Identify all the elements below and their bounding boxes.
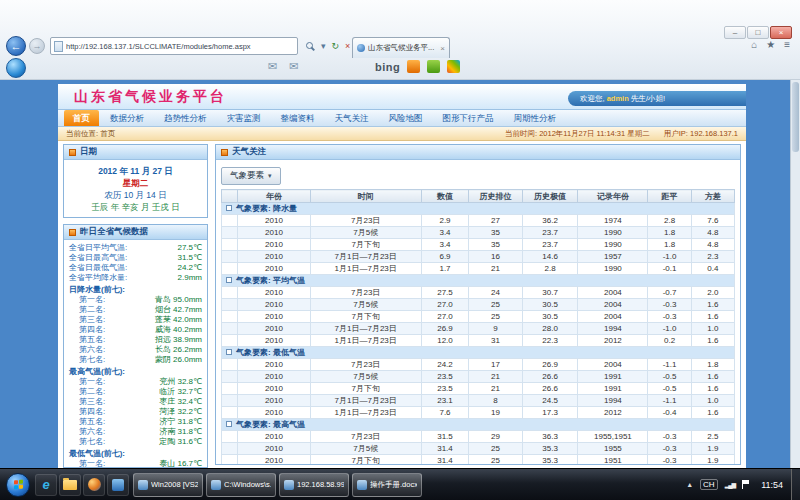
rank-value: 定陶 31.6℃ — [159, 437, 202, 447]
folder-icon[interactable] — [59, 474, 81, 496]
nav-item[interactable]: 风险地图 — [380, 110, 432, 126]
table-row[interactable]: 20101月1日—7月23日7.61917.32012-0.41.6 — [222, 407, 735, 419]
nav-item[interactable]: 趋势性分析 — [155, 110, 216, 126]
rank-row: 第四名:威海 40.2mm — [69, 325, 202, 335]
browser-tab[interactable]: 山东省气候业务平... × — [352, 37, 450, 58]
table-row[interactable]: 20107月5候27.02530.52004-0.31.6 — [222, 299, 735, 311]
nav-item[interactable]: 数据分析 — [101, 110, 153, 126]
table-header-cell[interactable]: 方差 — [691, 190, 734, 203]
browser-theme-button[interactable] — [6, 58, 26, 78]
table-cell: 7月下旬 — [310, 311, 421, 323]
checkbox-icon[interactable] — [226, 349, 232, 355]
scrollbar-thumb[interactable] — [792, 82, 799, 152]
mail-icon[interactable]: ✉ — [268, 60, 277, 73]
refresh-icon[interactable]: ↻ — [332, 41, 340, 51]
table-row[interactable]: 20107月下旬3.43523.719901.84.8 — [222, 239, 735, 251]
tray-expand-icon[interactable]: ▲ — [686, 481, 693, 488]
forward-button[interactable]: → — [29, 38, 45, 54]
orange-app-icon[interactable] — [407, 60, 420, 73]
favorites-icon[interactable]: ★ — [766, 39, 775, 50]
search-icon[interactable] — [306, 42, 315, 51]
show-desktop-button[interactable] — [791, 469, 800, 500]
table-row[interactable]: 20101月1日—7月23日12.03122.320120.21.6 — [222, 335, 735, 347]
table-header-cell[interactable]: 历史排位 — [469, 190, 523, 203]
table-row[interactable]: 20107月1日—7月23日6.91614.61957-1.02.3 — [222, 251, 735, 263]
table-header-cell[interactable]: 年份 — [238, 190, 310, 203]
table-row[interactable]: 20107月5候23.52126.61991-0.51.6 — [222, 371, 735, 383]
checkbox-icon[interactable] — [226, 421, 232, 427]
table-cell: 23.5 — [421, 383, 468, 395]
table-row[interactable]: 20107月1日—7月23日23.1824.51994-1.11.0 — [222, 395, 735, 407]
table-header-cell[interactable]: 距平 — [648, 190, 691, 203]
table-header-cell[interactable]: 时间 — [310, 190, 421, 203]
table-header-cell[interactable]: 记录年份 — [578, 190, 648, 203]
table-row[interactable]: 20107月5候3.43523.719901.84.8 — [222, 227, 735, 239]
rank-row: 第二名:烟台 42.7mm — [69, 305, 202, 315]
section-title: 气象要素: 降水量 — [236, 204, 297, 213]
section-row[interactable]: 气象要素: 平均气温 — [222, 275, 735, 287]
table-cell: 35 — [469, 227, 523, 239]
table-cell: 2010 — [238, 407, 310, 419]
app-icon[interactable] — [107, 474, 129, 496]
tab-close-icon[interactable]: × — [440, 44, 445, 53]
row-select-cell — [222, 323, 238, 335]
media-player-icon[interactable] — [83, 474, 105, 496]
location-bar: 当前位置: 首页 当前时间: 2012年11月27日 11:14:31 星期二 … — [58, 127, 746, 141]
element-filter-button[interactable]: 气象要素 ▾ — [221, 167, 281, 185]
section-row[interactable]: 气象要素: 降水量 — [222, 203, 735, 215]
table-row[interactable]: 20107月下旬27.02530.52004-0.31.6 — [222, 311, 735, 323]
rank-value: 菏泽 32.2℃ — [159, 407, 202, 417]
nav-item[interactable]: 首页 — [64, 110, 99, 126]
tools-icon[interactable]: ≡ — [784, 39, 790, 50]
table-cell: 36.2 — [522, 215, 578, 227]
section-row[interactable]: 气象要素: 最高气温 — [222, 419, 735, 431]
home-icon[interactable]: ⌂ — [751, 39, 757, 50]
section-row[interactable]: 气象要素: 最低气温 — [222, 347, 735, 359]
table-header-cell[interactable]: 数值 — [421, 190, 468, 203]
nav-item[interactable]: 周期性分析 — [505, 110, 566, 126]
table-cell: 2010 — [238, 251, 310, 263]
table-row[interactable]: 20107月5候31.42535.31955-0.31.9 — [222, 443, 735, 455]
row-select-cell — [222, 395, 238, 407]
rank-label: 第四名: — [79, 325, 105, 335]
nav-item[interactable]: 整编资料 — [272, 110, 324, 126]
table-cell: 28.0 — [522, 323, 578, 335]
checkbox-icon[interactable] — [226, 277, 232, 283]
taskbar-window-button[interactable]: 操作手册.docx ... — [352, 473, 422, 497]
table-row[interactable]: 20107月23日27.52430.72004-0.72.0 — [222, 287, 735, 299]
language-indicator[interactable]: CH — [700, 479, 718, 490]
table-header-cell[interactable]: 历史极值 — [522, 190, 578, 203]
table-row[interactable]: 20107月23日31.52936.31955,1951-0.32.5 — [222, 431, 735, 443]
mail-icon[interactable]: ✉ — [289, 60, 298, 73]
colorful-app-icon[interactable] — [447, 60, 460, 73]
table-row[interactable]: 20101月1日—7月23日1.7212.81990-0.10.4 — [222, 263, 735, 275]
table-row[interactable]: 20107月下旬31.42535.31951-0.31.9 — [222, 455, 735, 466]
section-title: 气象要素: 最低气温 — [236, 348, 305, 357]
table-row[interactable]: 20107月23日2.92736.219742.87.6 — [222, 215, 735, 227]
table-cell: 31.4 — [421, 455, 468, 466]
dropdown-icon[interactable]: ▾ — [321, 41, 326, 51]
taskbar-window-button[interactable]: Win2008 [VS2... — [133, 473, 203, 497]
taskbar-window-button[interactable]: 192.168.58.99... — [279, 473, 349, 497]
nav-item[interactable]: 天气关注 — [326, 110, 378, 126]
taskbar-window-button[interactable]: C:\Windows\s... — [206, 473, 276, 497]
network-icon[interactable]: ▂▄▆ — [725, 481, 735, 488]
green-app-icon[interactable] — [427, 60, 440, 73]
stop-icon[interactable]: × — [345, 41, 350, 51]
ie-icon[interactable]: e — [35, 474, 57, 496]
table-row[interactable]: 20107月23日24.21726.92004-1.11.8 — [222, 359, 735, 371]
clock[interactable]: 11:54 — [757, 480, 787, 490]
nav-item[interactable]: 图形下行产品 — [434, 110, 503, 126]
address-bar[interactable]: http://192.168.137.1/SLCCLIMATE/modules/… — [50, 37, 298, 55]
bing-logo[interactable]: bing — [375, 61, 400, 73]
back-button[interactable]: ← — [6, 36, 26, 56]
table-row[interactable]: 20107月1日—7月23日26.9928.01994-1.01.0 — [222, 323, 735, 335]
page-scrollbar[interactable] — [790, 80, 800, 468]
nav-item[interactable]: 灾害监测 — [218, 110, 270, 126]
table-row[interactable]: 20107月下旬23.52126.61991-0.51.6 — [222, 383, 735, 395]
table-cell: 7月23日 — [310, 287, 421, 299]
table-header-row: 年份时间数值历史排位历史极值记录年份距平方差 — [222, 190, 735, 203]
checkbox-icon[interactable] — [226, 205, 232, 211]
start-button[interactable] — [6, 473, 30, 497]
action-center-icon[interactable] — [742, 480, 750, 489]
